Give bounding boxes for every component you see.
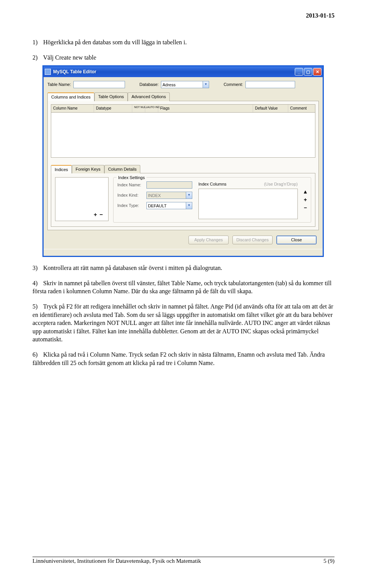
index-type-value (146, 202, 186, 209)
footer-page-number: 5 (9) (323, 558, 335, 564)
table-name-label: Table Name: (47, 82, 71, 87)
col-auto-inc[interactable]: AUTO INC (145, 105, 158, 112)
col-comment[interactable]: Comment (288, 105, 315, 112)
maximize-button[interactable]: ▢ (304, 68, 312, 76)
database-select[interactable]: ▼ (161, 81, 209, 88)
tab-table-options[interactable]: Table Options (94, 92, 128, 101)
step-5: 5) Tryck på F2 för att redigera innehåll… (32, 302, 335, 344)
index-columns-list[interactable] (198, 189, 298, 219)
table-name-input[interactable] (73, 81, 125, 88)
step-4: 4) Skriv in namnet på tabellen överst ti… (32, 279, 335, 296)
index-settings-title: Index Settings (117, 175, 146, 181)
step-text: Klicka på rad två i Column Name. Tryck s… (32, 351, 325, 366)
comment-label: Comment: (224, 82, 243, 87)
move-up-button[interactable]: ▲ (304, 189, 307, 196)
add-index-column-button[interactable]: + (304, 197, 307, 204)
database-label: Database: (140, 82, 159, 87)
close-dialog-button[interactable]: Close (276, 236, 317, 244)
tab-foreign-keys[interactable]: Foreign Keys (72, 165, 104, 174)
index-kind-label: Index Kind: (117, 192, 143, 198)
col-flags[interactable]: Flags (158, 105, 253, 112)
step-num: 1) (32, 38, 42, 47)
remove-index-button[interactable]: − (99, 212, 105, 218)
step-text: Kontrollera att rätt namn på databasen s… (43, 265, 222, 271)
step-text: Tryck på F2 för att redigera innehållet … (32, 303, 333, 342)
sub-tabs: Indices Foreign Keys Column Details (51, 165, 315, 174)
remove-index-column-button[interactable]: − (304, 205, 307, 212)
page-date: 2013-01-15 (306, 12, 335, 19)
dragndrop-hint: (Use Drag'n'Drop) (264, 181, 298, 187)
index-name-label: Index Name: (117, 182, 143, 188)
index-kind-select[interactable]: ▼ (146, 192, 192, 199)
step-num: 4) (32, 279, 42, 288)
step-num: 3) (32, 264, 42, 272)
apply-changes-button[interactable]: Apply Changes (188, 236, 229, 244)
titlebar: MySQL Table Editor _ ▢ ✕ (44, 66, 323, 77)
index-type-select[interactable]: ▼ (146, 202, 192, 209)
footer-institution: Linnéuniversitetet, Institutionen för Da… (32, 558, 201, 564)
step-2: 2) Välj Create new table MySQL Table Edi… (32, 53, 335, 257)
step-3: 3) Kontrollera att rätt namn på database… (32, 264, 335, 272)
tab-column-details[interactable]: Column Details (104, 165, 141, 174)
mysql-table-editor-window: MySQL Table Editor _ ▢ ✕ Table Name: Dat… (42, 65, 324, 257)
column-grid[interactable] (51, 113, 315, 158)
chevron-down-icon[interactable]: ▼ (203, 81, 209, 88)
tab-indices[interactable]: Indices (51, 165, 72, 174)
main-tabs: Columns and Indices Table Options Advanc… (47, 92, 319, 101)
chevron-down-icon[interactable]: ▼ (186, 192, 192, 199)
index-kind-value (146, 192, 186, 199)
minimize-button[interactable]: _ (295, 68, 303, 76)
column-grid-header: Column Name Datatype NOT NULL AUTO INC F… (51, 104, 315, 113)
step-text: Högerklicka på den databas som du vill l… (43, 39, 187, 45)
index-columns-label: Index Columns (198, 181, 226, 187)
step-1: 1) Högerklicka på den databas som du vil… (32, 38, 335, 47)
index-type-label: Index Type: (117, 203, 143, 208)
col-datatype[interactable]: Datatype (94, 105, 132, 112)
step-num: 5) (32, 302, 42, 311)
add-index-button[interactable]: + (94, 212, 99, 218)
chevron-down-icon[interactable]: ▼ (186, 202, 192, 209)
window-title: MySQL Table Editor (53, 69, 295, 75)
tab-columns-and-indices[interactable]: Columns and Indices (47, 92, 94, 101)
comment-input[interactable] (245, 81, 295, 88)
step-text: Välj Create new table (43, 54, 96, 61)
database-select-value[interactable] (161, 81, 203, 88)
step-num: 6) (32, 351, 42, 359)
step-num: 2) (32, 53, 42, 62)
step-6: 6) Klicka på rad två i Column Name. Tryc… (32, 351, 335, 367)
index-list[interactable]: +− (55, 177, 109, 221)
col-default-value[interactable]: Default Value (253, 105, 288, 112)
index-name-input[interactable] (146, 181, 192, 189)
tab-advanced-options[interactable]: Advanced Options (128, 92, 170, 101)
step-text: Skriv in namnet på tabellen överst till … (32, 280, 331, 295)
discard-changes-button[interactable]: Discard Changes (232, 236, 273, 244)
status-bar (44, 249, 323, 256)
close-button[interactable]: ✕ (313, 68, 322, 76)
col-column-name[interactable]: Column Name (51, 105, 94, 112)
col-not-null[interactable]: NOT NULL (132, 105, 145, 112)
app-icon (45, 69, 51, 75)
